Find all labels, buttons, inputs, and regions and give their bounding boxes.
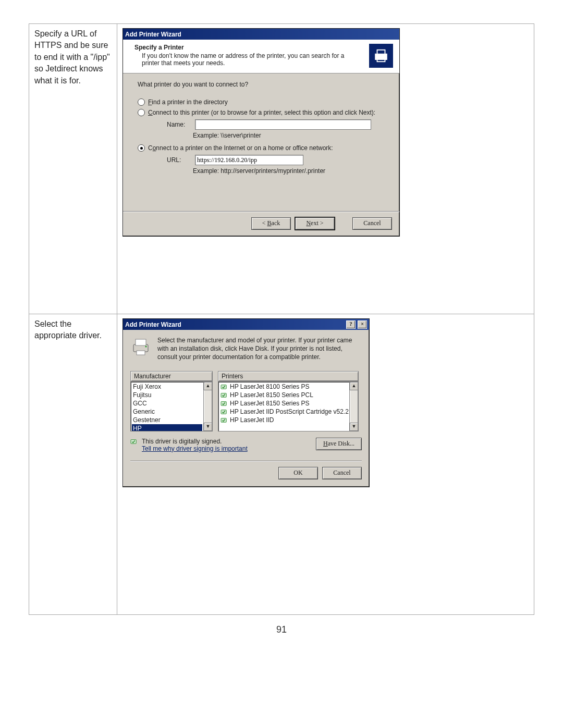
wizard1-title: Add Printer Wizard: [125, 31, 181, 38]
cancel-button[interactable]: Cancel: [352, 217, 392, 230]
svg-point-6: [145, 346, 147, 348]
close-icon[interactable]: ×: [358, 320, 367, 329]
name-label: Name:: [167, 121, 190, 128]
row2-instruction: Select the appropriate driver.: [29, 314, 117, 615]
scrollbar[interactable]: ▲ ▼: [204, 381, 213, 431]
svg-rect-4: [136, 339, 146, 346]
opt-url-label: Connect to a printer on the Internet or …: [148, 144, 333, 152]
signed-text: This driver is digitally signed.: [142, 438, 248, 445]
row2-screenshot-cell: Add Printer Wizard ? ×: [117, 314, 534, 615]
manufacturer-item[interactable]: GCC: [132, 399, 202, 408]
printer-item[interactable]: HP LaserJet 8100 Series PS: [219, 382, 348, 391]
name-example: Example: \\server\printer: [193, 132, 386, 139]
wizard1-heading: Specify a Printer: [134, 44, 360, 51]
scroll-up-icon[interactable]: ▲: [204, 382, 212, 390]
printer-item[interactable]: HP LaserJet 8150 Series PS: [219, 399, 348, 408]
driver-signing-link[interactable]: Tell me why driver signing is important: [142, 445, 248, 452]
manufacturer-item[interactable]: Fujitsu: [132, 391, 202, 399]
wizard-specify-printer: Add Printer Wizard Specify a Printer If …: [123, 28, 400, 237]
scroll-up-icon[interactable]: ▲: [350, 382, 358, 390]
radio-connect-printer[interactable]: [138, 109, 145, 116]
scroll-down-icon[interactable]: ▼: [204, 423, 212, 431]
signed-driver-icon: [221, 399, 228, 408]
svg-rect-5: [137, 351, 145, 355]
manufacturer-header[interactable]: Manufacturer: [130, 371, 213, 381]
opt-find-label: Find a printer in the directory: [148, 98, 228, 106]
name-input[interactable]: [195, 119, 371, 130]
printer-item[interactable]: HP LaserJet IID: [219, 416, 348, 424]
signed-driver-icon: [221, 391, 228, 399]
wizard1-header: Specify a Printer If you don't know the …: [123, 40, 399, 73]
ok-button[interactable]: OK: [278, 467, 318, 479]
printer-icon: [130, 336, 151, 357]
url-example: Example: http://server/printers/myprinte…: [193, 167, 386, 175]
wizard1-titlebar: Add Printer Wizard: [123, 29, 399, 40]
wizard1-prompt: What printer do you want to connect to?: [138, 81, 386, 88]
radio-internet-printer[interactable]: [138, 144, 145, 152]
wizard2-intro: Select the manufacturer and model of you…: [157, 336, 362, 362]
manufacturer-item[interactable]: Generic: [132, 408, 202, 416]
signed-driver-icon: [221, 382, 228, 391]
manufacturer-item[interactable]: Fuji Xerox: [132, 382, 202, 391]
wizard2-title: Add Printer Wizard: [125, 321, 181, 328]
wizard2-titlebar: Add Printer Wizard ? ×: [123, 319, 369, 330]
printer-item[interactable]: HP LaserJet IID PostScript Cartridge v52…: [219, 408, 348, 416]
back-button[interactable]: < Back: [251, 217, 291, 230]
opt-connect-label: Connect to this printer (or to browse fo…: [148, 109, 375, 116]
help-icon[interactable]: ?: [346, 320, 356, 329]
signed-driver-icon: [221, 416, 228, 424]
manufacturer-listbox[interactable]: Fuji XeroxFujitsuGCCGenericGestetnerHP: [130, 381, 204, 431]
printers-listbox[interactable]: HP LaserJet 8100 Series PSHP LaserJet 81…: [218, 381, 350, 431]
printer-item[interactable]: HP LaserJet 8150 Series PCL: [219, 391, 348, 399]
row1-screenshot-cell: Add Printer Wizard Specify a Printer If …: [117, 24, 534, 314]
manufacturer-item[interactable]: HP: [132, 424, 202, 431]
have-disk-button[interactable]: Have Disk...: [316, 438, 362, 450]
signed-driver-icon: [130, 438, 138, 445]
signed-driver-icon: [221, 408, 228, 416]
wizard1-subheading: If you don't know the name or address of…: [142, 52, 360, 67]
printers-header[interactable]: Printers: [218, 371, 359, 381]
url-input[interactable]: [195, 155, 303, 165]
wizard-select-driver: Add Printer Wizard ? ×: [123, 318, 370, 487]
row1-instruction: Specify a URL of HTTPS and be sure to en…: [29, 24, 117, 314]
scroll-down-icon[interactable]: ▼: [350, 423, 358, 431]
scrollbar[interactable]: ▲ ▼: [350, 381, 359, 431]
next-button[interactable]: Next >: [295, 217, 335, 230]
printer-icon: [369, 44, 393, 68]
page-number: 91: [29, 615, 534, 635]
url-label: URL:: [167, 156, 190, 164]
cancel-button[interactable]: Cancel: [322, 467, 362, 479]
manufacturer-item[interactable]: Gestetner: [132, 416, 202, 424]
radio-find-directory[interactable]: [138, 98, 145, 106]
